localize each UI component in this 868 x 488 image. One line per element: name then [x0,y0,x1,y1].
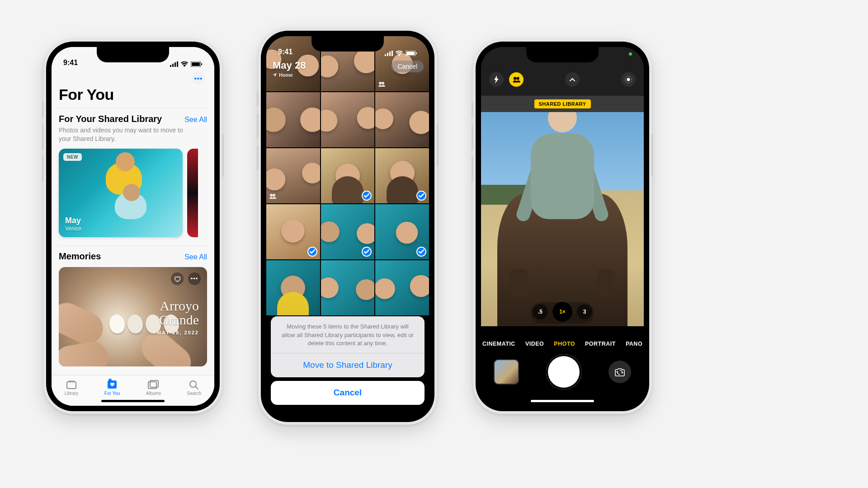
tab-label: Library [65,391,79,396]
photo-subject [115,192,146,219]
home-indicator[interactable] [316,411,379,413]
cancel-button[interactable]: Cancel [271,381,425,405]
photo-cell[interactable] [321,92,375,147]
shared-library-toggle[interactable] [509,72,524,87]
camera-bottom-bar [481,348,644,406]
tab-library[interactable]: Library [65,380,79,396]
scene-element [548,112,577,132]
volume-down-button[interactable] [472,156,473,182]
svg-line-13 [195,386,198,389]
notch [311,36,384,52]
mode-cinematic[interactable]: CINEMATIC [482,341,515,347]
flip-camera-button[interactable] [609,361,631,383]
privacy-indicator [629,52,632,56]
volume-up-button[interactable] [472,125,473,150]
photo-cell[interactable] [266,204,320,259]
zoom-0_5x[interactable]: .5 [533,304,548,319]
suggestion-card-next[interactable] [187,149,198,237]
zoom-1x[interactable]: 1× [552,302,572,322]
sheet-message: Moving these 5 items to the Shared Libra… [271,316,425,353]
mute-switch[interactable] [257,91,259,107]
svg-rect-5 [192,62,200,66]
tab-search[interactable]: Search [187,380,202,396]
svg-rect-14 [385,54,386,56]
camera-mode-row[interactable]: CINEMATIC VIDEO PHOTO PORTRAIT PANO [481,341,644,347]
svg-point-27 [627,78,630,81]
see-all-memories[interactable]: See All [184,253,207,261]
memory-more-button[interactable]: ••• [188,272,201,285]
cancel-selection-button[interactable]: Cancel [391,61,424,72]
side-button[interactable] [222,134,224,177]
svg-rect-1 [172,64,174,67]
flash-button[interactable] [489,72,504,87]
mode-video[interactable]: VIDEO [525,341,544,347]
home-indicator[interactable] [101,400,165,402]
selection-check-icon [307,247,317,257]
tab-for-you[interactable]: For You [104,380,120,396]
people-icon [512,76,520,83]
mute-switch[interactable] [472,102,473,117]
volume-down-button[interactable] [257,145,259,171]
notification-dot [108,379,112,382]
svg-point-24 [273,194,275,197]
ellipsis-icon: ••• [191,275,198,282]
zoom-label: 1× [559,309,566,315]
photo-cell[interactable] [266,148,320,203]
tab-albums[interactable]: Albums [146,380,161,396]
svg-rect-7 [67,382,76,389]
svg-rect-15 [387,53,388,56]
zoom-3x[interactable]: 3 [577,304,592,319]
new-badge: NEW [63,153,82,161]
shared-library-badge: SHARED LIBRARY [534,99,591,108]
memory-card-arroyo-grande[interactable]: ••• ArroyoGrande MAY 28, 2022 [59,267,207,366]
volume-down-button[interactable] [42,156,44,182]
shutter-button[interactable] [546,354,581,389]
camera-controls-toggle[interactable] [565,72,580,87]
svg-rect-0 [170,65,171,67]
phone-photos-selection: 9:41 [258,28,437,425]
shared-section-title: For Your Shared Library [59,114,162,124]
shared-indicator-icon [378,80,385,89]
photo-cell[interactable] [375,204,429,259]
cancel-action-label: Cancel [334,388,362,397]
cellular-icon [385,51,393,56]
favorite-button[interactable] [171,272,184,285]
flash-icon [493,75,500,84]
shared-indicator-icon [269,192,276,201]
photo-cell[interactable] [321,148,375,203]
phone-photos-foryou: 9:41 ••• For You For Your Shared Library… [43,39,222,414]
memories-section-title: Memories [59,251,101,262]
svg-point-23 [270,194,273,197]
photo-subject [59,298,108,349]
shared-section-subtitle: Photos and videos you may want to move t… [59,126,194,143]
selection-check-icon [416,191,426,201]
last-photo-thumbnail[interactable] [494,359,519,385]
flip-camera-icon [614,367,625,377]
mute-switch[interactable] [42,102,44,117]
volume-up-button[interactable] [257,114,259,139]
mode-pano[interactable]: PANO [626,341,642,347]
zoom-controls: .5 1× 3 [531,302,594,324]
camera-viewfinder[interactable]: .5 1× 3 [481,112,644,326]
mode-photo[interactable]: PHOTO [554,341,575,347]
photo-cell[interactable] [375,148,429,203]
side-button[interactable] [437,123,439,166]
photo-subject [59,339,111,366]
move-to-shared-button[interactable]: Move to Shared Library [271,353,425,377]
side-button[interactable] [651,134,653,177]
volume-up-button[interactable] [42,125,44,150]
mode-portrait[interactable]: PORTRAIT [585,341,616,347]
memory-title-1: Arroyo [160,298,199,313]
notch [97,47,169,62]
selection-check-icon [416,247,426,257]
photo-cell[interactable] [266,92,320,147]
home-indicator[interactable] [531,400,594,402]
photo-cell[interactable] [375,92,429,147]
live-photo-button[interactable] [621,72,636,87]
svg-rect-3 [177,61,178,67]
card-subtitle: Venice [65,225,81,232]
tab-label: For You [104,391,120,396]
suggestion-card-may[interactable]: NEW May Venice [59,149,183,237]
photo-cell[interactable] [321,204,375,259]
see-all-shared[interactable]: See All [184,116,207,124]
